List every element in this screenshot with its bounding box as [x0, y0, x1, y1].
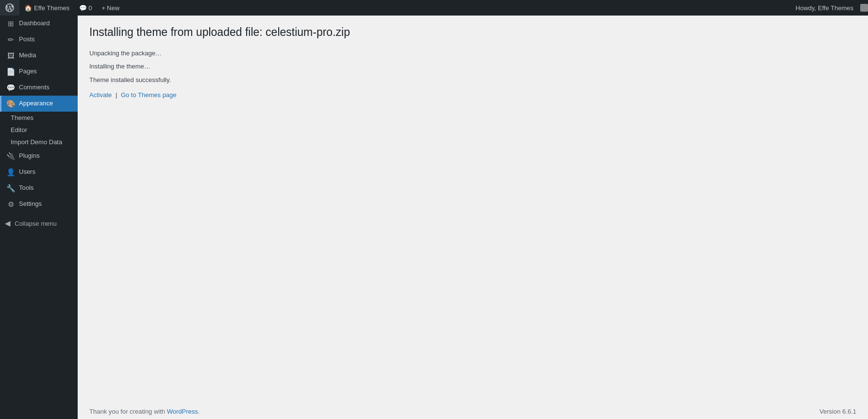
submenu-import-demo-data-label: Import Demo Data [11, 138, 62, 146]
appearance-icon: 🎨 [6, 99, 15, 109]
sidebar-submenu-editor[interactable]: Editor [0, 124, 78, 136]
main-content: Installing theme from uploaded file: cel… [78, 16, 868, 404]
sidebar-label-media: Media [19, 51, 36, 60]
sidebar-label-comments: Comments [19, 83, 50, 92]
submenu-editor-label: Editor [11, 126, 27, 134]
activate-link[interactable]: Activate [89, 91, 112, 99]
sidebar-label-pages: Pages [19, 67, 37, 76]
sidebar-label-dashboard: Dashboard [19, 19, 50, 28]
comments-link[interactable]: 💬 0 [74, 0, 97, 16]
new-content-link[interactable]: + New [97, 0, 124, 16]
page-title: Installing theme from uploaded file: cel… [89, 25, 856, 40]
sidebar-item-posts[interactable]: ✏ Posts [0, 32, 78, 48]
sidebar-label-settings: Settings [19, 200, 42, 208]
sidebar-item-pages[interactable]: 📄 Pages [0, 64, 78, 80]
media-icon: 🖼 [6, 50, 15, 61]
site-name-label: Effe Themes [34, 4, 69, 12]
plugins-icon: 🔌 [6, 151, 15, 161]
sidebar-item-media[interactable]: 🖼 Media [0, 48, 78, 64]
comments-count: 0 [88, 4, 92, 12]
sidebar-label-plugins: Plugins [19, 151, 40, 160]
settings-icon: ⚙ [6, 199, 15, 209]
admin-bar-right: Howdy, Effe Themes [791, 4, 868, 12]
tools-icon: 🔧 [6, 183, 15, 193]
sidebar-submenu-themes[interactable]: Themes [0, 112, 78, 124]
sidebar-item-users[interactable]: 👤 Users [0, 164, 78, 180]
footer-version: Version 6.6.1 [819, 408, 856, 415]
howdy-text: Howdy, Effe Themes [791, 4, 858, 12]
sidebar-label-users: Users [19, 168, 35, 176]
sidebar-label-posts: Posts [19, 35, 35, 44]
sidebar-label-appearance: Appearance [19, 99, 53, 108]
install-links: Activate | Go to Themes page [89, 91, 856, 99]
pages-icon: 📄 [6, 67, 15, 77]
comment-icon: 💬 [79, 4, 87, 12]
sidebar-item-plugins[interactable]: 🔌 Plugins [0, 148, 78, 164]
submenu-themes-label: Themes [11, 114, 33, 121]
wp-footer: Thank you for creating with WordPress. V… [78, 404, 868, 419]
log-line-1: Installing the theme… [89, 61, 856, 72]
wp-layout: ⊞ Dashboard ✏ Posts 🖼 Media 📄 Pages 💬 Co… [0, 16, 868, 419]
install-log: Unpacking the package… Installing the th… [89, 48, 856, 87]
log-line-0: Unpacking the package… [89, 48, 856, 59]
home-icon: 🏠 [24, 4, 32, 12]
sidebar-item-settings[interactable]: ⚙ Settings [0, 196, 78, 212]
sidebar: ⊞ Dashboard ✏ Posts 🖼 Media 📄 Pages 💬 Co… [0, 16, 78, 419]
new-label: New [107, 4, 119, 12]
log-line-2: Theme installed successfully. [89, 74, 856, 85]
footer-thank-you: Thank you for creating with WordPress. [89, 408, 200, 415]
wordpress-link[interactable]: WordPress [167, 408, 198, 415]
sidebar-item-appearance[interactable]: 🎨 Appearance [0, 96, 78, 112]
link-separator: | [116, 91, 117, 99]
collapse-menu-button[interactable]: ◀ Collapse menu [0, 216, 78, 231]
comments-icon: 💬 [6, 83, 15, 93]
avatar[interactable] [860, 4, 868, 12]
site-name-link[interactable]: 🏠 Effe Themes [19, 0, 74, 16]
dashboard-icon: ⊞ [6, 18, 15, 29]
go-to-themes-link[interactable]: Go to Themes page [121, 91, 177, 99]
sidebar-item-dashboard[interactable]: ⊞ Dashboard [0, 16, 78, 32]
plus-icon: + [101, 4, 105, 12]
sidebar-item-tools[interactable]: 🔧 Tools [0, 180, 78, 196]
sidebar-label-tools: Tools [19, 184, 33, 192]
users-icon: 👤 [6, 167, 15, 177]
admin-bar: 🏠 Effe Themes 💬 0 + New Howdy, Effe Them… [0, 0, 868, 16]
sidebar-item-comments[interactable]: 💬 Comments [0, 80, 78, 96]
posts-icon: ✏ [6, 34, 15, 45]
collapse-label: Collapse menu [15, 220, 57, 227]
wp-logo-link[interactable] [0, 0, 19, 16]
footer-thank-you-text: Thank you for creating with [89, 408, 165, 415]
collapse-icon: ◀ [5, 219, 11, 228]
sidebar-submenu-import-demo-data[interactable]: Import Demo Data [0, 136, 78, 148]
